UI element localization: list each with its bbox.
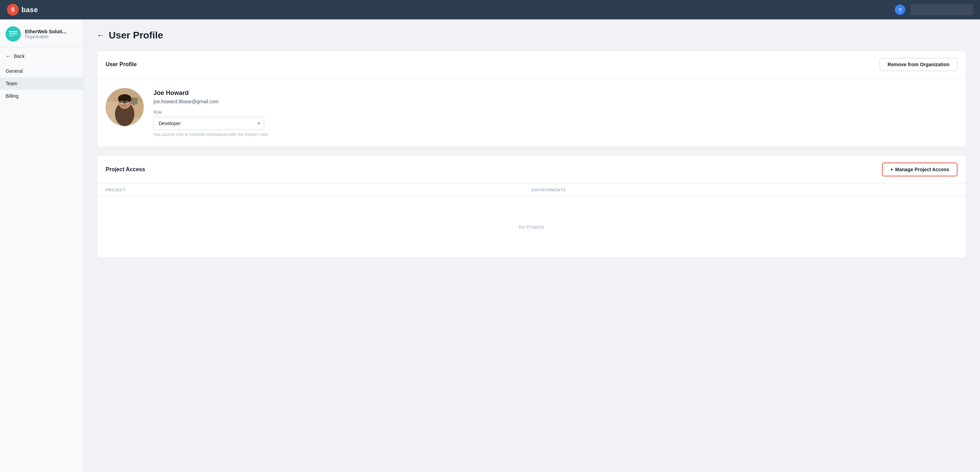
role-select-wrapper: Developer Admin Viewer ▾ (153, 117, 264, 130)
svg-point-15 (120, 100, 125, 105)
svg-rect-1 (9, 31, 18, 32)
org-avatar-inner (6, 26, 21, 41)
user-menu-placeholder[interactable] (911, 4, 973, 15)
manage-btn-icon: + (890, 167, 893, 172)
user-profile-body: Joe Howard joe.howard.8base@gmail.com Ro… (97, 78, 966, 147)
back-label: Back (14, 53, 25, 59)
org-logo-icon (6, 26, 21, 41)
svg-rect-2 (9, 33, 18, 34)
main-content: ← User Profile User Profile Remove from … (83, 19, 980, 472)
user-email: joe.howard.8base@gmail.com (153, 99, 958, 104)
svg-rect-9 (133, 98, 135, 105)
project-access-card: Project Access + Manage Project Access P… (97, 155, 966, 258)
no-projects-message: No Projects (97, 196, 966, 257)
manage-project-access-button[interactable]: + Manage Project Access (882, 163, 958, 176)
col-header-project: PROJECT (106, 188, 531, 192)
col-header-environments: ENVIRONMENTS (531, 188, 958, 192)
user-avatar-image (106, 88, 144, 126)
org-section: EtherWeb Soluti... Organization (0, 19, 83, 48)
back-link[interactable]: ← Back (0, 48, 83, 62)
user-profile-card: User Profile Remove from Organization (97, 51, 966, 147)
manage-btn-label: Manage Project Access (895, 167, 949, 172)
sidebar-item-team[interactable]: Team (0, 77, 83, 90)
sidebar-item-general[interactable]: General (0, 65, 83, 77)
page-back-arrow-icon[interactable]: ← (97, 31, 105, 40)
project-access-card-header: Project Access + Manage Project Access (97, 156, 966, 184)
org-info: EtherWeb Soluti... Organization (25, 29, 67, 39)
user-details: Joe Howard joe.howard.8base@gmail.com Ro… (153, 88, 958, 137)
logo-area: 8 base (7, 4, 38, 16)
svg-rect-3 (9, 35, 14, 37)
page-header: ← User Profile (97, 30, 966, 41)
project-table-header: PROJECT ENVIRONMENTS (97, 184, 966, 196)
role-label: Role (153, 110, 958, 115)
logo-text: base (21, 6, 38, 14)
user-name: Joe Howard (153, 89, 958, 97)
topnav-right: ? (895, 4, 973, 15)
sidebar-nav: General Team Billing (0, 62, 83, 105)
back-arrow-icon: ← (6, 53, 11, 59)
remove-from-org-button[interactable]: Remove from Organization (880, 58, 958, 71)
role-hint: Has access only to selected workspaces w… (153, 132, 958, 137)
main-layout: EtherWeb Soluti... Organization ← Back G… (0, 19, 980, 472)
logo-badge: 8 (7, 4, 19, 16)
page-title: User Profile (109, 30, 163, 41)
org-type: Organization (25, 34, 67, 39)
role-select[interactable]: Developer Admin Viewer (153, 117, 264, 130)
user-profile-card-title: User Profile (106, 61, 137, 68)
top-navigation: 8 base ? (0, 0, 980, 19)
svg-rect-10 (135, 98, 137, 104)
user-avatar (106, 88, 144, 126)
sidebar-item-billing[interactable]: Billing (0, 90, 83, 102)
svg-point-16 (125, 100, 129, 105)
org-name: EtherWeb Soluti... (25, 29, 67, 34)
help-button[interactable]: ? (895, 5, 905, 15)
project-access-title: Project Access (106, 166, 145, 172)
sidebar: EtherWeb Soluti... Organization ← Back G… (0, 19, 83, 472)
org-avatar (6, 26, 21, 41)
user-profile-card-header: User Profile Remove from Organization (97, 51, 966, 78)
